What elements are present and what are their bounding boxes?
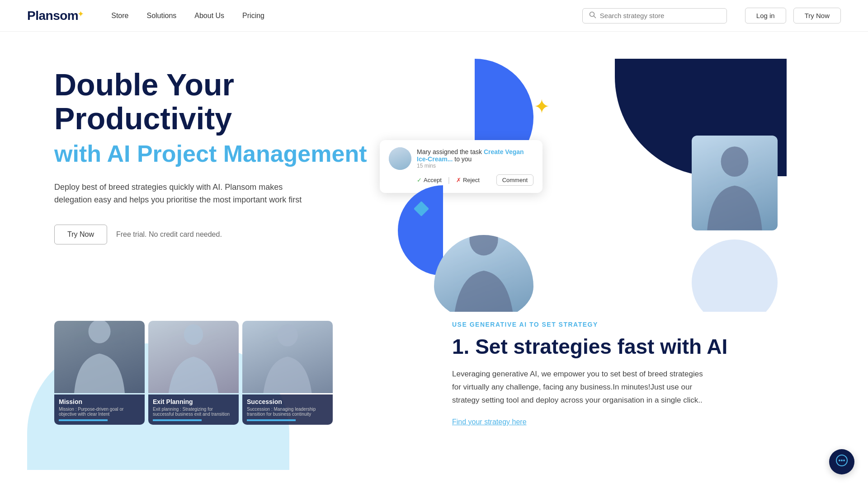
strategy-card-mission[interactable]: Mission Mission : Purpose-driven goal or…	[54, 321, 145, 425]
search-bar	[582, 8, 727, 23]
free-trial-text: Free trial. No credit card needed.	[116, 230, 222, 239]
svg-point-8	[839, 460, 840, 461]
strategy-cards-area: Mission Mission : Purpose-driven goal or…	[54, 312, 416, 470]
strategy-card-exit[interactable]: Exit Planning Exit planning : Strategizi…	[148, 321, 239, 425]
hero-section: Double Your Productivity with AI Project…	[0, 32, 868, 312]
notification-reject: ✗ Reject	[456, 177, 480, 183]
svg-point-5	[184, 324, 203, 345]
nav-about[interactable]: About Us	[194, 12, 224, 19]
card-label-exit: Exit Planning Exit planning : Strategizi…	[148, 394, 239, 425]
hero-title-main: Double Your Productivity	[54, 68, 371, 136]
notification-time: 15 mins	[417, 163, 533, 169]
card-progress-bar	[59, 419, 108, 421]
ai-section: Mission Mission : Purpose-driven goal or…	[0, 312, 868, 488]
notification-accept: ✓ Accept	[417, 177, 442, 183]
try-now-button-nav[interactable]: Try Now	[793, 8, 841, 23]
nav-solutions[interactable]: Solutions	[146, 12, 176, 19]
strategy-card-succession[interactable]: Succession Succession : Managing leaders…	[242, 321, 333, 425]
login-button[interactable]: Log in	[745, 8, 786, 23]
notification-header: Mary assigned the task Create Vegan Ice-…	[389, 147, 533, 170]
nav-links: Store Solutions About Us Pricing	[111, 12, 264, 20]
nav-pricing[interactable]: Pricing	[242, 12, 264, 19]
svg-point-2	[721, 147, 749, 177]
hero-try-button[interactable]: Try Now	[54, 225, 107, 244]
card-label-mission: Mission Mission : Purpose-driven goal or…	[54, 394, 145, 425]
x-icon: ✗	[456, 177, 461, 183]
check-icon: ✓	[417, 177, 422, 183]
svg-point-9	[841, 460, 843, 461]
hero-description: Deploy best of breed strategies quickly …	[54, 181, 307, 207]
notification-avatar	[389, 147, 411, 170]
logo-star-icon: ✦	[77, 9, 84, 19]
svg-point-3	[469, 235, 498, 256]
logo-text: Plansom	[27, 9, 78, 23]
search-input[interactable]	[600, 12, 720, 19]
strategy-cards-row: Mission Mission : Purpose-driven goal or…	[54, 321, 416, 425]
card-label-succession: Succession Succession : Managing leaders…	[242, 394, 333, 425]
chatbot-button[interactable]	[829, 449, 854, 474]
ai-strategy-text-area: USE GENERATIVE AI TO SET STRATEGY 1. Set…	[416, 312, 814, 470]
hero-right: ✦ Mary assigned the task Create Vegan Ic…	[371, 59, 814, 294]
ai-section-description: Leveraging generative AI, we empower you…	[452, 368, 705, 407]
hero-title-sub: with AI Project Management	[54, 140, 371, 167]
svg-point-6	[277, 324, 298, 346]
navbar: Plansom✦ Store Solutions About Us Pricin…	[0, 0, 868, 32]
svg-point-10	[843, 460, 845, 461]
person-photo-woman	[434, 235, 533, 312]
notification-comment-button[interactable]: Comment	[496, 174, 533, 186]
search-icon	[589, 11, 596, 20]
notification-text: Mary assigned the task Create Vegan Ice-…	[417, 148, 533, 163]
svg-point-4	[89, 321, 111, 343]
person-photo-executive	[692, 136, 778, 230]
notification-actions: ✓ Accept | ✗ Reject Comment	[417, 174, 533, 186]
star-gold-icon: ✦	[533, 95, 550, 118]
chatbot-icon	[835, 454, 848, 470]
hero-cta: Try Now Free trial. No credit card neede…	[54, 225, 371, 244]
find-strategy-link[interactable]: Find your strategy here	[452, 418, 527, 426]
logo[interactable]: Plansom✦	[27, 9, 84, 23]
ai-section-title: 1. Set strategies fast with AI	[452, 334, 814, 359]
ai-section-label: USE GENERATIVE AI TO SET STRATEGY	[452, 321, 814, 328]
svg-line-1	[594, 16, 595, 18]
card-progress-bar-2	[153, 419, 202, 421]
nav-store[interactable]: Store	[111, 12, 128, 19]
card-progress-bar-3	[247, 419, 296, 421]
hero-left: Double Your Productivity with AI Project…	[54, 59, 371, 294]
shape-light-circle	[692, 239, 778, 312]
nav-actions: Log in Try Now	[745, 8, 841, 23]
